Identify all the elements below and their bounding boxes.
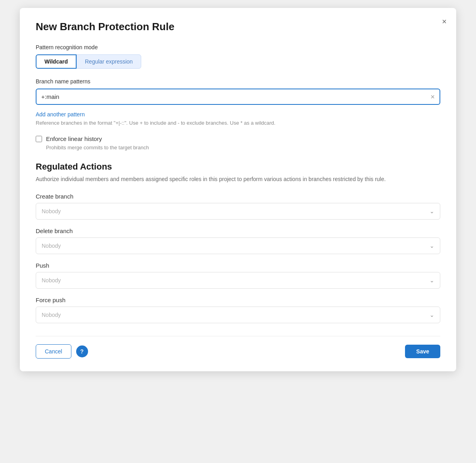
push-label: Push (36, 262, 440, 269)
linear-history-row: Enforce linear history (36, 135, 440, 142)
branch-patterns-label: Branch name patterns (36, 78, 440, 85)
modal-footer: Cancel ? Save (36, 336, 440, 359)
force-push-select[interactable]: Nobody Maintainers Developers + Maintain… (36, 307, 440, 323)
branch-name-section: Branch name patterns × (36, 78, 440, 105)
create-branch-section: Create branch Nobody Maintainers Develop… (36, 193, 440, 220)
delete-branch-label: Delete branch (36, 228, 440, 234)
force-push-select-wrapper: Nobody Maintainers Developers + Maintain… (36, 307, 440, 323)
force-push-label: Force push (36, 297, 440, 303)
wildcard-mode-button[interactable]: Wildcard (36, 54, 77, 69)
delete-branch-section: Delete branch Nobody Maintainers Develop… (36, 228, 440, 254)
linear-history-checkbox[interactable] (36, 136, 42, 142)
force-push-section: Force push Nobody Maintainers Developers… (36, 297, 440, 323)
push-select[interactable]: Nobody Maintainers Developers + Maintain… (36, 272, 440, 288)
push-select-wrapper: Nobody Maintainers Developers + Maintain… (36, 272, 440, 289)
add-pattern-link[interactable]: Add another pattern (36, 111, 85, 118)
regex-mode-button[interactable]: Regular expression (77, 54, 141, 69)
pattern-mode-group: Wildcard Regular expression (36, 54, 440, 69)
pattern-mode-label: Pattern recognition mode (36, 44, 440, 50)
delete-branch-select[interactable]: Nobody Maintainers Developers + Maintain… (36, 238, 440, 254)
footer-left: Cancel ? (36, 344, 88, 359)
create-branch-label: Create branch (36, 193, 440, 200)
save-button[interactable]: Save (405, 345, 440, 358)
close-button[interactable]: × (440, 16, 448, 27)
help-button[interactable]: ? (76, 345, 88, 357)
push-section: Push Nobody Maintainers Developers + Mai… (36, 262, 440, 289)
modal-title: New Branch Protection Rule (36, 21, 440, 33)
pattern-hint: Reference branches in the format "+|-::"… (36, 120, 440, 126)
cancel-button[interactable]: Cancel (36, 344, 71, 359)
regulated-actions-description: Authorize individual members and members… (36, 175, 440, 183)
linear-history-label: Enforce linear history (46, 135, 102, 142)
create-branch-select[interactable]: Nobody Maintainers Developers + Maintain… (36, 203, 440, 219)
linear-history-hint: Prohibits merge commits to the target br… (46, 145, 440, 150)
create-branch-select-wrapper: Nobody Maintainers Developers + Maintain… (36, 203, 440, 220)
regulated-actions-title: Regulated Actions (36, 162, 440, 172)
modal-container: × New Branch Protection Rule Pattern rec… (20, 8, 456, 371)
delete-branch-select-wrapper: Nobody Maintainers Developers + Maintain… (36, 237, 440, 254)
clear-input-button[interactable]: × (427, 93, 435, 100)
pattern-input[interactable] (41, 89, 427, 104)
pattern-input-wrapper: × (36, 89, 440, 105)
